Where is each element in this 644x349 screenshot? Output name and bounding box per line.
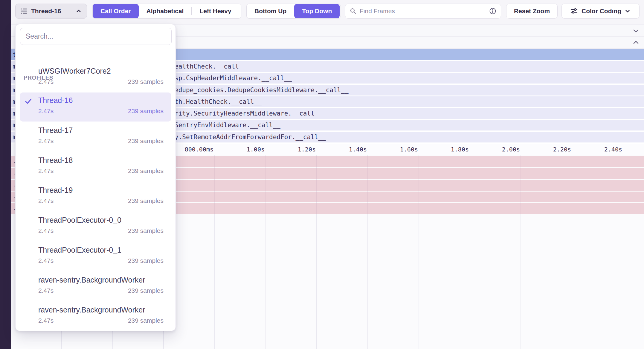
profile-item-threadpoolexecutor-0-0[interactable]: ThreadPoolExecutor-0_02.47s239 samples	[20, 212, 171, 241]
axis-tick: 2.40s	[604, 146, 622, 153]
profile-samples: 239 samples	[128, 197, 164, 204]
sort-left-heavy-button[interactable]: Left Heavy	[192, 4, 239, 18]
profile-duration: 2.47s	[38, 78, 54, 85]
profile-item-threadpoolexecutor-0-1[interactable]: ThreadPoolExecutor-0_12.47s239 samples	[20, 242, 171, 271]
frame-label: SentryEnvMiddleware.__call__	[175, 122, 280, 129]
profile-duration: 2.47s	[38, 227, 54, 234]
profile-item-thread-17[interactable]: Thread-172.47s239 samples	[20, 122, 171, 151]
profile-duration: 2.47s	[38, 197, 54, 204]
profile-name: Thread-18	[38, 156, 73, 165]
frame-label: edupe_cookies.DedupeCookiesMiddleware.__…	[175, 87, 349, 94]
chevron-down-icon	[624, 8, 631, 14]
axis-tick: 800.00ms	[185, 146, 213, 153]
left-rail	[0, 0, 11, 349]
profile-item-raven-sentry-backgroundworker[interactable]: raven-sentry.BackgroundWorker2.47s239 sa…	[20, 302, 171, 331]
profile-name: Thread-19	[38, 186, 73, 195]
sort-mode-group: Call Order Alphabetical Left Heavy	[92, 4, 241, 19]
profile-item-uwsgiworker7core2[interactable]: uWSGIWorker7Core22.47s239 samples	[20, 63, 171, 92]
profile-duration: 2.47s	[38, 317, 54, 324]
profile-duration: 2.47s	[38, 257, 54, 264]
thread-dropdown: PROFILES uWSGIWorker7Core22.47s239 sampl…	[15, 24, 176, 331]
axis-tick: 1.40s	[349, 146, 367, 153]
profile-duration: 2.47s	[38, 287, 54, 294]
profile-samples: 239 samples	[128, 227, 164, 234]
profile-name: ThreadPoolExecutor-0_1	[38, 246, 121, 254]
chevron-down-icon[interactable]	[632, 27, 640, 35]
profile-samples: 239 samples	[128, 137, 164, 145]
sliders-icon	[570, 7, 578, 15]
profile-samples: 239 samples	[128, 167, 164, 174]
profile-duration: 2.47s	[38, 107, 54, 115]
direction-bottom-up-button[interactable]: Bottom Up	[247, 4, 294, 18]
toolbar: Thread-16 Call Order Alphabetical Left H…	[11, 0, 644, 25]
axis-tick: 2.00s	[502, 146, 520, 153]
profile-samples: 239 samples	[128, 107, 164, 115]
profile-item-thread-18[interactable]: Thread-182.47s239 samples	[20, 152, 171, 181]
find-frames-box	[345, 4, 501, 19]
profile-samples: 239 samples	[128, 287, 164, 294]
list-icon	[20, 7, 28, 15]
color-coding-button[interactable]: Color Coding	[561, 4, 640, 19]
profile-name: raven-sentry.BackgroundWorker	[38, 306, 145, 314]
profile-samples: 239 samples	[128, 78, 164, 85]
profile-item-thread-19[interactable]: Thread-192.47s239 samples	[20, 182, 171, 211]
profiler-app: tmealthCheck.__call__msp.CspHeaderMiddle…	[0, 0, 644, 349]
profile-name: raven-sentry.BackgroundWorker	[38, 276, 145, 284]
chevron-up-icon[interactable]	[632, 39, 640, 46]
frame-label: sp.CspHeaderMiddleware.__call__	[175, 75, 292, 82]
profile-samples: 239 samples	[128, 257, 164, 264]
profile-name: uWSGIWorker7Core2	[38, 67, 111, 75]
direction-group: Bottom Up Top Down	[246, 4, 341, 19]
search-icon	[350, 7, 357, 15]
profile-name: Thread-17	[38, 126, 73, 135]
sort-call-order-button[interactable]: Call Order	[93, 4, 139, 18]
axis-tick: 1.20s	[298, 146, 316, 153]
axis-tick: 1.60s	[400, 146, 418, 153]
dropdown-search-input[interactable]	[20, 28, 172, 45]
frame-label: rity.SecurityHeadersMiddleware.__call__	[175, 110, 322, 117]
info-icon[interactable]	[489, 7, 497, 15]
thread-selector-button[interactable]: Thread-16	[15, 4, 87, 19]
profile-duration: 2.47s	[38, 167, 54, 174]
axis-tick: 2.20s	[553, 146, 571, 153]
reset-zoom-button[interactable]: Reset Zoom	[506, 4, 558, 19]
sort-alphabetical-button[interactable]: Alphabetical	[139, 4, 192, 18]
profile-item-raven-sentry-backgroundworker[interactable]: raven-sentry.BackgroundWorker2.47s239 sa…	[20, 272, 171, 301]
profile-item-thread-16[interactable]: Thread-162.47s239 samples	[20, 92, 171, 122]
axis-tick: 1.80s	[451, 146, 469, 153]
find-frames-input[interactable]	[360, 7, 489, 15]
color-coding-label: Color Coding	[582, 7, 621, 15]
thread-selector-label: Thread-16	[31, 7, 61, 15]
check-icon	[24, 97, 33, 106]
profile-samples: 239 samples	[128, 317, 164, 324]
frame-label: th.HealthCheck.__call__	[175, 98, 262, 105]
direction-top-down-button[interactable]: Top Down	[294, 4, 340, 18]
profile-duration: 2.47s	[38, 137, 54, 145]
axis-tick: 1.00s	[247, 146, 265, 153]
frame-label: ealthCheck.__call__	[175, 63, 246, 70]
frame-label: y.SetRemoteAddrFromForwardedFor.__call__	[175, 133, 326, 141]
profile-name: Thread-16	[38, 96, 73, 105]
profile-name: ThreadPoolExecutor-0_0	[38, 216, 121, 224]
chevron-up-icon	[75, 8, 82, 14]
